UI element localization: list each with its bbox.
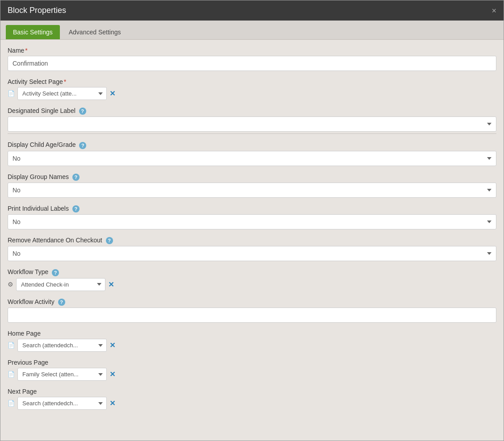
next-page-picker-row: 📄 Search (attendedch... ✕ — [8, 397, 496, 410]
previous-page-select[interactable]: Family Select (atten... — [17, 368, 107, 381]
close-button[interactable]: × — [491, 7, 496, 15]
remove-attendance-on-checkout-select[interactable]: No Yes — [8, 246, 496, 261]
remove-attendance-on-checkout-help-icon[interactable]: ? — [106, 237, 113, 244]
workflow-activity-help-icon[interactable]: ? — [58, 299, 65, 306]
display-child-age-grade-select[interactable]: No Yes — [8, 151, 496, 166]
next-page-clear-button[interactable]: ✕ — [109, 399, 115, 408]
previous-page-picker-row: 📄 Family Select (atten... ✕ — [8, 368, 496, 381]
name-label: Name* — [8, 47, 496, 54]
activity-select-page-icon: 📄 — [8, 90, 15, 97]
display-child-age-grade-help-icon[interactable]: ? — [79, 142, 86, 149]
modal-header: Block Properties × — [0, 0, 504, 21]
form-content: Name* Activity Select Page* 📄 Activity S… — [0, 40, 504, 424]
display-child-age-grade-label: Display Child Age/Grade ? — [8, 141, 496, 149]
display-group-names-select[interactable]: No Yes — [8, 183, 496, 198]
designated-single-label-select[interactable] — [8, 116, 496, 132]
activity-select-page-clear-button[interactable]: ✕ — [109, 89, 115, 98]
display-group-names-label: Display Group Names ? — [8, 173, 496, 181]
remove-attendance-on-checkout-label: Remove Attendance On Checkout ? — [8, 237, 496, 244]
print-individual-labels-group: Print Individual Labels ? No Yes — [8, 205, 496, 229]
workflow-type-group: Workflow Type ? ⚙ Attended Check-in ✕ — [8, 268, 496, 291]
workflow-type-help-icon[interactable]: ? — [52, 269, 59, 276]
name-input[interactable] — [8, 56, 496, 71]
designated-single-label-divider — [8, 133, 496, 134]
activity-select-page-select[interactable]: Activity Select (atte... — [17, 87, 107, 100]
tab-basic-settings[interactable]: Basic Settings — [6, 25, 60, 39]
next-page-group: Next Page 📄 Search (attendedch... ✕ — [8, 388, 496, 410]
modal-container: Block Properties × Basic Settings Advanc… — [0, 0, 504, 441]
workflow-type-icon: ⚙ — [8, 281, 13, 288]
workflow-activity-input[interactable] — [8, 308, 496, 323]
designated-single-label-group: Designated Single Label ? — [8, 107, 496, 134]
workflow-type-picker-row: ⚙ Attended Check-in ✕ — [8, 278, 496, 291]
previous-page-icon: 📄 — [8, 371, 15, 378]
home-page-group: Home Page 📄 Search (attendedch... ✕ — [8, 330, 496, 352]
modal-title: Block Properties — [8, 6, 66, 15]
previous-page-group: Previous Page 📄 Family Select (atten... … — [8, 359, 496, 381]
tab-advanced-settings[interactable]: Advanced Settings — [62, 25, 128, 39]
workflow-type-clear-button[interactable]: ✕ — [108, 280, 114, 289]
display-child-age-grade-group: Display Child Age/Grade ? No Yes — [8, 141, 496, 166]
home-page-picker-row: 📄 Search (attendedch... ✕ — [8, 339, 496, 352]
display-group-names-help-icon[interactable]: ? — [72, 174, 80, 181]
home-page-label: Home Page — [8, 330, 496, 337]
activity-select-page-picker-row: 📄 Activity Select (atte... ✕ — [8, 87, 496, 100]
home-page-icon: 📄 — [8, 342, 15, 349]
workflow-activity-label: Workflow Activity ? — [8, 298, 496, 306]
name-group: Name* — [8, 47, 496, 71]
activity-select-page-label: Activity Select Page* — [8, 78, 496, 85]
print-individual-labels-select[interactable]: No Yes — [8, 214, 496, 229]
next-page-label: Next Page — [8, 388, 496, 395]
next-page-icon: 📄 — [8, 400, 15, 407]
previous-page-label: Previous Page — [8, 359, 496, 366]
print-individual-labels-label: Print Individual Labels ? — [8, 205, 496, 212]
workflow-type-select[interactable]: Attended Check-in — [16, 278, 105, 291]
workflow-activity-group: Workflow Activity ? — [8, 298, 496, 323]
designated-single-label-help-icon[interactable]: ? — [79, 108, 86, 115]
tabs-container: Basic Settings Advanced Settings — [0, 21, 504, 40]
workflow-type-label: Workflow Type ? — [8, 268, 496, 276]
remove-attendance-on-checkout-group: Remove Attendance On Checkout ? No Yes — [8, 237, 496, 261]
designated-single-label-label: Designated Single Label ? — [8, 107, 496, 115]
previous-page-clear-button[interactable]: ✕ — [109, 370, 115, 379]
next-page-select[interactable]: Search (attendedch... — [17, 397, 107, 410]
activity-select-page-group: Activity Select Page* 📄 Activity Select … — [8, 78, 496, 100]
home-page-select[interactable]: Search (attendedch... — [17, 339, 107, 352]
display-group-names-group: Display Group Names ? No Yes — [8, 173, 496, 198]
home-page-clear-button[interactable]: ✕ — [109, 341, 115, 349]
print-individual-labels-help-icon[interactable]: ? — [72, 205, 80, 212]
